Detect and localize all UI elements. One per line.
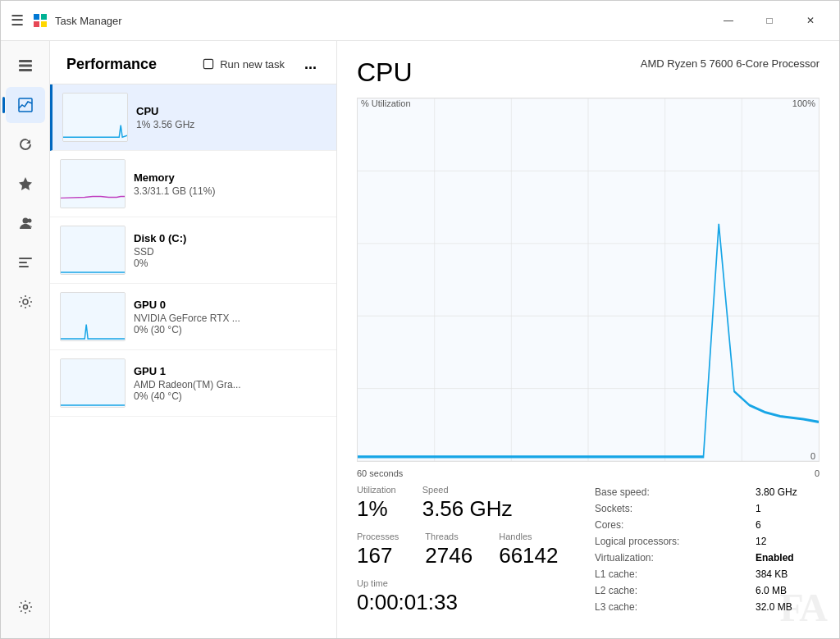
speed-stat: Speed 3.56 GHz: [422, 485, 513, 522]
threads-stat: Threads 2746: [425, 532, 472, 568]
device-list: CPU 1% 3.56 GHz Memor: [50, 84, 336, 638]
logical-processors-val: 12: [756, 534, 819, 549]
window: ☰ Task Manager — □ ✕: [0, 0, 840, 639]
sidebar-item-details[interactable]: [6, 244, 45, 281]
sidebar-header-actions: Run new task ...: [195, 54, 320, 74]
cpu-title: CPU: [357, 57, 413, 88]
virtualization-val: Enabled: [756, 550, 819, 565]
processes-stat: Processes 167: [357, 532, 399, 568]
handles-stat: Handles 66142: [499, 532, 558, 568]
memory-info: Memory 3.3/31.1 GB (11%): [134, 171, 326, 197]
stats-row-2: Processes 167 Threads 2746 Handles 66142: [357, 532, 582, 568]
sidebar-item-services[interactable]: [6, 284, 45, 320]
left-nav: [1, 41, 50, 638]
gpu0-info: GPU 0 NVIDIA GeForce RTX ... 0% (30 °C): [134, 299, 326, 335]
sidebar-item-settings[interactable]: [6, 589, 45, 625]
l3-cache-val: 32.0 MB: [756, 600, 819, 614]
graph-y-min: 0: [810, 451, 815, 461]
speed-label: Speed: [422, 485, 513, 495]
svg-rect-17: [61, 160, 125, 208]
sockets-val: 1: [756, 501, 819, 516]
svg-rect-2: [34, 21, 39, 27]
virtualization-key: Virtualization:: [595, 550, 742, 565]
graph-time-right: 0: [815, 468, 819, 478]
gpu0-name: GPU 0: [134, 299, 326, 311]
sidebar-item-processes[interactable]: [6, 48, 45, 84]
titlebar-title: Task Manager: [55, 15, 710, 27]
app-icon: [32, 12, 48, 29]
svg-point-8: [22, 218, 28, 224]
svg-point-9: [27, 219, 31, 223]
memory-name: Memory: [134, 171, 326, 184]
maximize-button[interactable]: □: [751, 7, 788, 34]
utilization-stat: Utilization 1%: [357, 485, 396, 522]
svg-rect-16: [63, 94, 127, 141]
speed-value: 3.56 GHz: [422, 496, 513, 522]
graph-time-left: 60 seconds: [357, 468, 403, 478]
base-speed-val: 3.80 GHz: [756, 485, 819, 500]
gpu1-thumbnail: [60, 358, 126, 408]
run-new-task-button[interactable]: Run new task: [195, 54, 291, 74]
sidebar-item-users[interactable]: [6, 205, 45, 241]
disk-detail1: SSD: [134, 246, 326, 258]
utilization-label: Utilization: [357, 485, 396, 495]
graph-y-label: % Utilization: [361, 98, 411, 108]
memory-detail: 3.3/31.1 GB (11%): [134, 185, 326, 197]
main-panel: CPU AMD Ryzen 5 7600 6-Core Processor % …: [337, 41, 839, 638]
sockets-key: Sockets:: [595, 501, 742, 516]
content-area: Performance Run new task ...: [50, 41, 839, 638]
window-controls: — □ ✕: [710, 7, 829, 34]
svg-rect-15: [204, 59, 213, 68]
cpu-header: CPU AMD Ryzen 5 7600 6-Core Processor: [357, 57, 819, 88]
sidebar-item-app-history[interactable]: [6, 126, 45, 162]
svg-rect-4: [19, 60, 32, 62]
base-speed-key: Base speed:: [595, 485, 742, 500]
device-item-gpu1[interactable]: GPU 1 AMD Radeon(TM) Gra... 0% (40 °C): [50, 350, 336, 417]
stats-row-1: Utilization 1% Speed 3.56 GHz: [357, 485, 582, 522]
gpu1-detail1: AMD Radeon(TM) Gra...: [134, 379, 326, 390]
svg-rect-19: [61, 293, 125, 340]
main-layout: Performance Run new task ...: [1, 41, 839, 638]
cpu-detail: 1% 3.56 GHz: [136, 119, 326, 130]
gpu1-info: GPU 1 AMD Radeon(TM) Gra... 0% (40 °C): [134, 365, 326, 402]
device-item-gpu0[interactable]: GPU 0 NVIDIA GeForce RTX ... 0% (30 °C): [50, 284, 336, 350]
cpu-info: CPU 1% 3.56 GHz: [136, 105, 326, 130]
svg-rect-20: [61, 359, 125, 407]
sidebar-header: Performance Run new task ...: [50, 41, 336, 84]
cores-val: 6: [756, 518, 819, 532]
gpu1-name: GPU 1: [134, 365, 326, 377]
sidebar-item-performance[interactable]: [6, 87, 45, 123]
device-item-cpu[interactable]: CPU 1% 3.56 GHz: [50, 84, 336, 151]
minimize-button[interactable]: —: [710, 7, 747, 34]
gpu1-detail2: 0% (40 °C): [134, 390, 326, 402]
l1-cache-key: L1 cache:: [595, 567, 742, 582]
svg-rect-6: [19, 69, 32, 71]
uptime-stat: Up time 0:00:01:33: [357, 578, 582, 615]
svg-rect-18: [61, 226, 125, 274]
cpu-info-grid: Base speed: 3.80 GHz Sockets: 1 Cores: 6…: [595, 485, 819, 614]
disk-info: Disk 0 (C:) SSD 0%: [134, 232, 326, 269]
cores-key: Cores:: [595, 518, 742, 532]
close-button[interactable]: ✕: [792, 7, 829, 34]
sidebar-more-button[interactable]: ...: [301, 56, 320, 73]
handles-value: 66142: [499, 543, 558, 568]
gpu0-detail2: 0% (30 °C): [134, 324, 326, 335]
svg-rect-0: [34, 14, 39, 20]
l3-cache-key: L3 cache:: [595, 600, 742, 614]
gpu0-detail1: NVIDIA GeForce RTX ...: [134, 313, 326, 324]
disk-thumbnail: [60, 226, 126, 275]
handles-label: Handles: [499, 532, 558, 541]
sidebar-item-startup[interactable]: [6, 166, 45, 202]
svg-rect-1: [41, 14, 47, 20]
threads-value: 2746: [425, 543, 472, 568]
hamburger-menu-icon[interactable]: ☰: [11, 11, 24, 30]
processes-label: Processes: [357, 532, 399, 541]
svg-point-13: [23, 299, 28, 304]
device-item-memory[interactable]: Memory 3.3/31.1 GB (11%): [50, 151, 336, 217]
svg-rect-11: [19, 262, 27, 263]
l1-cache-val: 384 KB: [756, 567, 819, 582]
disk-detail2: 0%: [134, 258, 326, 269]
cpu-thumbnail: [62, 93, 128, 142]
device-item-disk0[interactable]: Disk 0 (C:) SSD 0%: [50, 217, 336, 284]
uptime-value: 0:00:01:33: [357, 590, 582, 615]
